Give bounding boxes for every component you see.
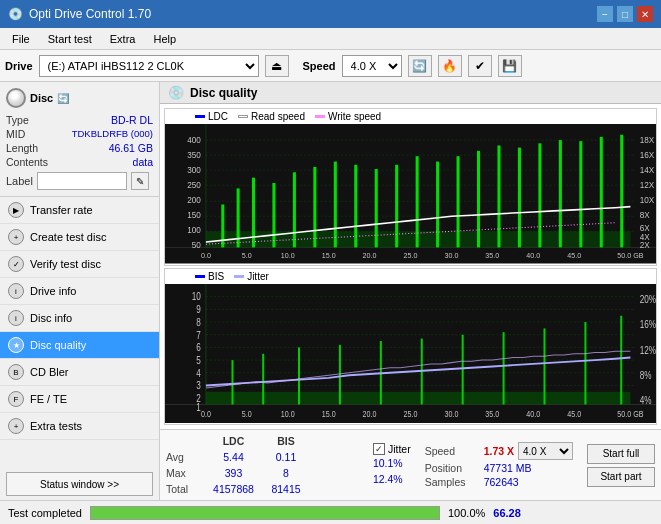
menu-help[interactable]: Help xyxy=(145,31,184,47)
disc-label-edit-button[interactable]: ✎ xyxy=(131,172,149,190)
drive-select[interactable]: (E:) ATAPI iHBS112 2 CL0K xyxy=(39,55,259,77)
svg-rect-97 xyxy=(206,391,631,404)
disc-section-title: Disc xyxy=(30,92,53,104)
jitter-legend-color xyxy=(234,275,244,278)
menu-extra[interactable]: Extra xyxy=(102,31,144,47)
avg-row: Avg 5.44 0.11 xyxy=(166,449,361,465)
write-speed-legend-label: Write speed xyxy=(328,111,381,122)
svg-text:3: 3 xyxy=(196,380,201,391)
max-bis: 8 xyxy=(261,465,311,481)
disc-quality-header-icon: 💿 xyxy=(168,85,184,100)
eject-button[interactable]: ⏏ xyxy=(265,55,289,77)
svg-text:4%: 4% xyxy=(640,395,652,406)
drive-label: Drive xyxy=(5,60,33,72)
burn-button[interactable]: 🔥 xyxy=(438,55,462,77)
main-layout: Disc 🔄 Type BD-R DL MID TDKBLDRFB (000) … xyxy=(0,82,661,500)
speed-row: Speed 1.73 X 4.0 X xyxy=(425,442,573,460)
sidebar-item-label: Extra tests xyxy=(30,420,82,432)
sidebar-item-drive-info[interactable]: i Drive info xyxy=(0,278,159,305)
svg-text:5.0: 5.0 xyxy=(242,251,252,260)
speed-select[interactable]: 4.0 X xyxy=(342,55,402,77)
svg-rect-53 xyxy=(497,145,500,247)
speed-stats: Speed 1.73 X 4.0 X Position 47731 MB Sam… xyxy=(417,430,581,500)
refresh-button[interactable]: 🔄 xyxy=(408,55,432,77)
svg-rect-57 xyxy=(579,141,582,247)
svg-text:400: 400 xyxy=(187,135,201,145)
bis-header: BIS xyxy=(261,433,311,449)
svg-rect-106 xyxy=(543,328,545,404)
samples-label: Samples xyxy=(425,476,480,488)
legend-read-speed: Read speed xyxy=(238,111,305,122)
sidebar-item-transfer-rate[interactable]: ▶ Transfer rate xyxy=(0,197,159,224)
save-button[interactable]: 💾 xyxy=(498,55,522,77)
sidebar-item-verify-test-disc[interactable]: ✓ Verify test disc xyxy=(0,251,159,278)
sidebar-item-label: Disc info xyxy=(30,312,72,324)
jitter-avg: 10.1% xyxy=(373,457,403,469)
maximize-button[interactable]: □ xyxy=(617,6,633,22)
read-speed-legend-label: Read speed xyxy=(251,111,305,122)
status-text: Test completed xyxy=(8,507,82,519)
sidebar-item-disc-info[interactable]: i Disc info xyxy=(0,305,159,332)
start-part-button[interactable]: Start part xyxy=(587,467,655,487)
disc-length-row: Length 46.61 GB xyxy=(6,142,153,154)
sidebar: Disc 🔄 Type BD-R DL MID TDKBLDRFB (000) … xyxy=(0,82,160,500)
write-speed-legend-color xyxy=(315,115,325,118)
svg-text:15.0: 15.0 xyxy=(322,409,336,419)
content-area: 💿 Disc quality LDC Read speed xyxy=(160,82,661,500)
svg-rect-104 xyxy=(462,334,464,404)
sidebar-item-disc-quality[interactable]: ★ Disc quality xyxy=(0,332,159,359)
ldc-legend-label: LDC xyxy=(208,111,228,122)
titlebar-controls: − □ ✕ xyxy=(597,6,653,22)
create-test-disc-icon: + xyxy=(8,229,24,245)
drive-info-icon: i xyxy=(8,283,24,299)
ldc-header: LDC xyxy=(206,433,261,449)
samples-row: Samples 762643 xyxy=(425,476,573,488)
progress-bar xyxy=(90,506,440,520)
sidebar-item-cd-bler[interactable]: B CD Bler xyxy=(0,359,159,386)
sidebar-item-label: Disc quality xyxy=(30,339,86,351)
position-label: Position xyxy=(425,462,480,474)
jitter-header-row: ✓ Jitter xyxy=(373,443,411,455)
titlebar-title: 💿 Opti Drive Control 1.70 xyxy=(8,7,151,21)
chart2-legend: BIS Jitter xyxy=(165,269,656,284)
svg-text:8X: 8X xyxy=(640,210,650,220)
speed-stat-label: Speed xyxy=(425,445,480,457)
jitter-checkbox[interactable]: ✓ xyxy=(373,443,385,455)
start-full-button[interactable]: Start full xyxy=(587,444,655,464)
svg-text:25.0: 25.0 xyxy=(404,251,418,260)
sidebar-item-extra-tests[interactable]: + Extra tests xyxy=(0,413,159,440)
svg-text:15.0: 15.0 xyxy=(322,251,336,260)
svg-text:7: 7 xyxy=(196,329,201,340)
sidebar-item-label: CD Bler xyxy=(30,366,69,378)
verify-test-disc-icon: ✓ xyxy=(8,256,24,272)
total-bis: 81415 xyxy=(261,481,311,497)
svg-rect-98 xyxy=(231,360,233,404)
disc-type-row: Type BD-R DL xyxy=(6,114,153,126)
sidebar-item-label: Drive info xyxy=(30,285,76,297)
minimize-button[interactable]: − xyxy=(597,6,613,22)
max-label: Max xyxy=(166,465,206,481)
max-ldc: 393 xyxy=(206,465,261,481)
progress-pct: 100.0% xyxy=(448,507,485,519)
svg-rect-50 xyxy=(436,162,439,248)
svg-text:16X: 16X xyxy=(640,150,655,160)
disc-icon xyxy=(6,88,26,108)
extra-tests-icon: + xyxy=(8,418,24,434)
sidebar-item-create-test-disc[interactable]: + Create test disc xyxy=(0,224,159,251)
menu-file[interactable]: File xyxy=(4,31,38,47)
sidebar-item-fe-te[interactable]: F FE / TE xyxy=(0,386,159,413)
disc-label-row: Label ✎ xyxy=(6,172,153,190)
svg-text:50.0 GB: 50.0 GB xyxy=(617,409,643,419)
svg-rect-107 xyxy=(584,322,586,404)
verify-button[interactable]: ✔ xyxy=(468,55,492,77)
status-window-button[interactable]: Status window >> xyxy=(6,472,153,496)
total-ldc: 4157868 xyxy=(206,481,261,497)
disc-label-input[interactable] xyxy=(37,172,127,190)
menu-start-test[interactable]: Start test xyxy=(40,31,100,47)
close-button[interactable]: ✕ xyxy=(637,6,653,22)
legend-jitter: Jitter xyxy=(234,271,269,282)
speed-stat-select[interactable]: 4.0 X xyxy=(518,442,573,460)
disc-change-btn[interactable]: 🔄 xyxy=(57,93,69,104)
legend-write-speed: Write speed xyxy=(315,111,381,122)
svg-text:25.0: 25.0 xyxy=(404,409,418,419)
